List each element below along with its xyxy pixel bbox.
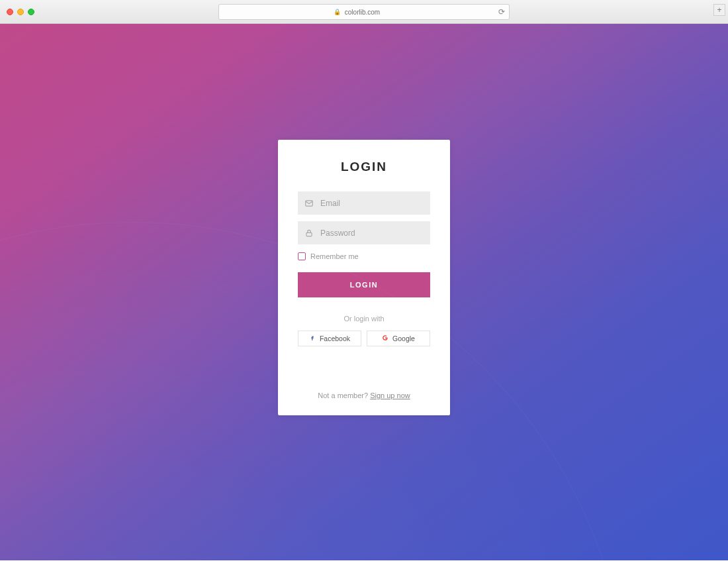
close-window-button[interactable] bbox=[7, 9, 13, 15]
page-bottom-margin bbox=[0, 560, 728, 567]
mail-icon bbox=[304, 199, 314, 208]
login-submit-label: LOGIN bbox=[350, 281, 378, 289]
signup-link[interactable]: Sign up now bbox=[370, 391, 410, 399]
svg-rect-1 bbox=[306, 232, 312, 236]
window-controls bbox=[7, 9, 34, 15]
login-submit-button[interactable]: LOGIN bbox=[298, 272, 430, 297]
signup-prefix: Not a member? bbox=[318, 391, 370, 399]
remember-me-label: Remember me bbox=[310, 252, 359, 260]
password-input[interactable] bbox=[320, 229, 424, 238]
lock-icon: 🔒 bbox=[334, 9, 341, 15]
remember-me-row[interactable]: Remember me bbox=[298, 252, 430, 260]
email-input[interactable] bbox=[320, 199, 424, 208]
lock-icon bbox=[304, 229, 314, 238]
login-title: LOGIN bbox=[341, 160, 387, 174]
page-background: LOGIN Remember me bbox=[0, 24, 728, 560]
facebook-icon bbox=[309, 335, 316, 342]
remember-me-checkbox[interactable] bbox=[298, 252, 306, 260]
facebook-label: Facebook bbox=[320, 335, 350, 342]
address-bar[interactable]: 🔒 colorlib.com ⟳ bbox=[218, 4, 510, 20]
google-icon bbox=[382, 335, 388, 342]
maximize-window-button[interactable] bbox=[28, 9, 34, 15]
signup-line: Not a member? Sign up now bbox=[318, 391, 410, 399]
minimize-window-button[interactable] bbox=[17, 9, 24, 15]
new-tab-button[interactable]: + bbox=[713, 4, 725, 16]
facebook-login-button[interactable]: Facebook bbox=[298, 331, 361, 346]
social-divider-text: Or login with bbox=[343, 315, 384, 323]
reload-icon[interactable]: ⟳ bbox=[498, 7, 505, 17]
google-login-button[interactable]: Google bbox=[367, 331, 430, 346]
social-login-row: Facebook Google bbox=[298, 331, 430, 346]
browser-chrome: 🔒 colorlib.com ⟳ + bbox=[0, 0, 728, 24]
address-bar-wrap: 🔒 colorlib.com ⟳ bbox=[218, 4, 510, 20]
url-host-text: colorlib.com bbox=[345, 9, 380, 16]
login-card: LOGIN Remember me bbox=[278, 140, 450, 415]
google-label: Google bbox=[392, 335, 415, 342]
email-field-wrapper[interactable] bbox=[298, 191, 430, 215]
password-field-wrapper[interactable] bbox=[298, 221, 430, 244]
